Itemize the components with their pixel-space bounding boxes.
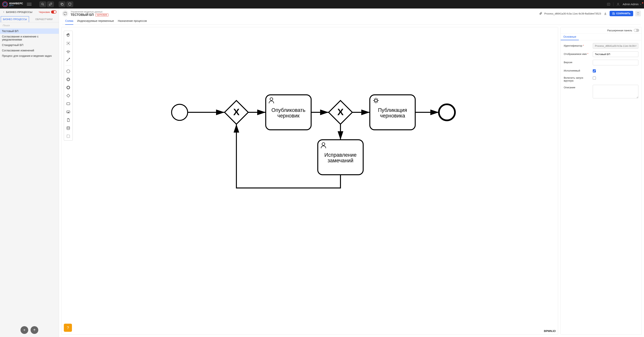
download-button[interactable] [603, 11, 608, 16]
identifier-input[interactable] [593, 43, 638, 49]
sidebar-tab-processes[interactable]: БИЗНЕС-ПРОЦЕССЫ [1, 16, 29, 22]
help-button[interactable]: ? [64, 324, 72, 332]
sidebar-back-button[interactable]: БИЗНЕС-ПРОЦЕССЫ [2, 11, 32, 13]
list-item[interactable]: Тестовый БП [0, 28, 59, 34]
process-id-label: Process_d6641a30-fc3a-11ec-9c39-fba5dee7… [544, 12, 601, 15]
sidebar-section-title: БИЗНЕС-ПРОЦЕССЫ [6, 11, 32, 13]
task3-line1: Исправление [324, 152, 356, 158]
draft-mode-toggle[interactable] [51, 10, 56, 13]
content: Управление моделью данных ТЕСТОВЫЙ БП ЧЕ… [59, 8, 644, 337]
delete-button[interactable] [635, 11, 641, 16]
list-item[interactable]: Согласование изменений [0, 48, 59, 53]
bpmn-user-task-publish-draft[interactable]: Опубликоватьчерновик [266, 95, 311, 130]
bpmn-canvas[interactable]: X Опубликоватьчерновик X [61, 27, 558, 335]
search-icon[interactable] [39, 1, 46, 7]
bpmn-diagram: X Опубликоватьчерновик X [62, 27, 558, 335]
svg-point-0 [42, 3, 43, 5]
svg-rect-2 [607, 3, 610, 5]
props-tab-main[interactable]: Основные [561, 34, 579, 40]
top-toolbar [39, 1, 73, 7]
version-input[interactable] [593, 60, 638, 65]
user-icon [616, 2, 620, 6]
tab-schema[interactable]: Схема [65, 18, 73, 25]
breadcrumb: Управление моделью данных [70, 10, 108, 13]
displayname-label: Отображаемое имя [564, 52, 586, 55]
description-textarea[interactable] [593, 85, 638, 98]
svg-text:X: X [233, 107, 240, 117]
svg-rect-1 [62, 4, 63, 5]
extended-panel-label: Расширенная панель [607, 29, 632, 32]
manual-start-label-line1: Включить запуск [564, 76, 583, 79]
user-menu[interactable]: Admin Admin [623, 3, 642, 6]
shield-icon[interactable] [66, 1, 73, 7]
bpmn-end-event[interactable] [439, 104, 455, 120]
brand: ЮНИВЕРС ДАТА [2, 1, 23, 7]
trash-icon [636, 12, 640, 15]
tab-indexed-variables[interactable]: Индексируемые переменные [77, 18, 114, 25]
bpmn-start-event[interactable] [172, 104, 188, 120]
menu-toggle-button[interactable] [27, 2, 32, 6]
refresh-icon [63, 11, 67, 15]
brand-subtitle: ДАТА [9, 5, 23, 6]
user-name-label: Admin Admin [623, 3, 638, 6]
properties-panel: Расширенная панель Основные Идентификато… [560, 27, 642, 335]
executable-checkbox[interactable] [593, 69, 596, 72]
tasks-icon[interactable] [606, 2, 611, 6]
refresh-button[interactable] [62, 10, 68, 17]
process-list: Тестовый БП Согласование и изменение с у… [0, 28, 59, 337]
sidebar-tab-handlers[interactable]: ОБРАБОТЧИКИ [30, 16, 58, 22]
draft-badge: ЧЕРНОВИК [95, 13, 109, 16]
upload-button[interactable] [30, 326, 38, 334]
page-title: ТЕСТОВЫЙ БП [70, 13, 94, 17]
task2-line2: черновика [380, 113, 405, 119]
link-icon[interactable] [47, 1, 54, 7]
task3-line2: замечаний [328, 158, 354, 163]
main-layout: БИЗНЕС-ПРОЦЕССЫ Черновик БИЗНЕС-ПРОЦЕССЫ… [0, 8, 644, 337]
extended-panel-toggle[interactable] [634, 29, 639, 32]
attachment-icon[interactable] [539, 12, 542, 15]
top-bar: ЮНИВЕРС ДАТА Admin Admin [0, 0, 644, 8]
download-icon [604, 12, 607, 15]
save-button-label: СОХРАНИТЬ [616, 12, 630, 15]
bpmn-gateway-1[interactable]: X [224, 100, 248, 124]
content-header: Управление моделью данных ТЕСТОВЫЙ БП ЧЕ… [59, 8, 644, 25]
save-button[interactable]: СОХРАНИТЬ [610, 11, 633, 16]
list-item[interactable]: Стандартный БП [0, 42, 59, 48]
bpmn-service-task-publication[interactable]: Публикациячерновика [370, 95, 415, 130]
arrow-up-icon [33, 328, 36, 332]
brand-logo-icon [2, 1, 8, 7]
svg-text:Исправлениезамечаний: Исправлениезамечаний [324, 152, 356, 163]
task1-line1: Опубликовать [272, 107, 306, 113]
bpmn-user-task-fix-remarks[interactable]: Исправлениезамечаний [318, 140, 363, 175]
identifier-label: Идентификатор [564, 44, 582, 47]
description-label: Описание [564, 86, 575, 89]
svg-text:Публикациячерновика: Публикациячерновика [378, 107, 407, 119]
list-item[interactable]: Процесс для создания и ведения задач [0, 53, 59, 58]
manual-start-checkbox[interactable] [593, 76, 596, 80]
chevron-down-icon [639, 3, 642, 5]
chevron-left-icon [2, 11, 5, 13]
list-item[interactable]: Согласование и изменение с уведомлениями [0, 34, 59, 42]
svg-point-3 [618, 3, 619, 4]
svg-text:X: X [337, 107, 344, 117]
task1-line2: черновик [277, 113, 300, 119]
sidebar: БИЗНЕС-ПРОЦЕССЫ Черновик БИЗНЕС-ПРОЦЕССЫ… [0, 8, 59, 337]
add-button[interactable]: + [20, 326, 28, 334]
displayname-input[interactable] [593, 51, 638, 57]
save-icon [612, 12, 615, 15]
manual-start-label-line2: вручную [564, 79, 574, 82]
notification-dot-icon [642, 2, 643, 3]
bpmn-gateway-2[interactable]: X [328, 100, 352, 124]
copy-icon[interactable] [58, 1, 66, 7]
bpmn-io-logo: BPMN.iO [544, 329, 556, 333]
version-label: Версия [564, 61, 572, 64]
draft-mode-label: Черновик [39, 11, 50, 13]
tab-process-assignment[interactable]: Назначение процессов [118, 18, 147, 25]
sidebar-search-input[interactable] [2, 23, 57, 28]
task2-line1: Публикация [378, 107, 407, 113]
executable-label: Исполняемый [564, 69, 580, 72]
